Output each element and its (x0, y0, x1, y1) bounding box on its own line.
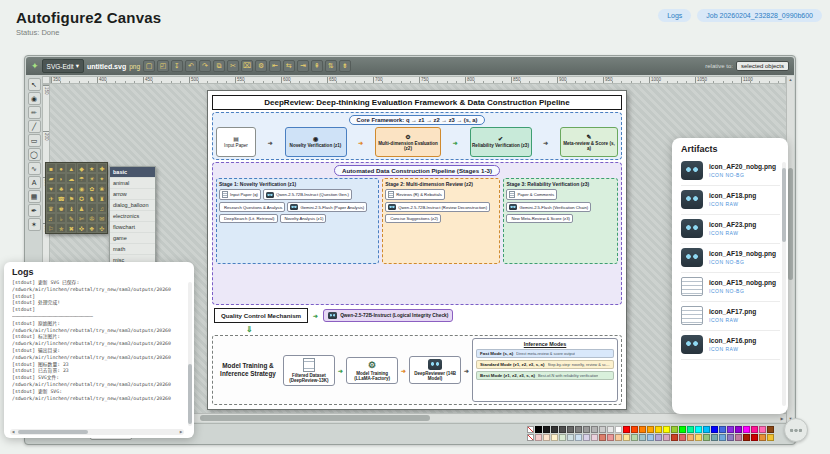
scroll-left-icon[interactable]: ◀ (10, 429, 16, 435)
shape-cell[interactable]: ♫ (97, 203, 107, 213)
color-swatch[interactable] (655, 434, 662, 441)
export-icon[interactable]: ↧ (171, 60, 183, 72)
artifacts-scroll-thumb[interactable] (782, 168, 786, 242)
shape-cell[interactable]: ✯ (56, 223, 66, 233)
color-swatch[interactable] (631, 426, 638, 433)
color-swatch[interactable] (695, 426, 702, 433)
clone-icon[interactable]: ⧉ (213, 60, 225, 72)
shape-category-item[interactable]: game (110, 232, 155, 243)
color-swatch[interactable] (591, 434, 598, 441)
color-swatch[interactable] (631, 434, 638, 441)
color-swatch[interactable] (575, 434, 582, 441)
shape-cell[interactable]: ✈ (46, 193, 56, 203)
png-export-label[interactable]: png (129, 63, 140, 70)
rect-tool[interactable]: ▭ (28, 134, 41, 147)
color-swatch[interactable] (751, 426, 758, 433)
assistant-button[interactable] (784, 418, 808, 442)
color-swatch[interactable] (679, 426, 686, 433)
shape-cell[interactable]: ☁ (66, 173, 76, 183)
color-swatch[interactable] (727, 434, 734, 441)
color-swatch[interactable] (599, 434, 606, 441)
color-swatch[interactable] (751, 434, 758, 441)
shape-cell[interactable]: ♟ (77, 203, 87, 213)
color-swatch[interactable] (591, 426, 598, 433)
color-swatch[interactable] (559, 426, 566, 433)
select-tool[interactable]: ↖ (28, 78, 41, 91)
eyedropper-tool[interactable]: ✒ (28, 204, 41, 217)
shape-cell[interactable]: ◉ (77, 183, 87, 193)
artifact-item[interactable]: icon_AF23.png ICON RAW (681, 215, 780, 244)
scroll-up-icon[interactable]: ▲ (787, 76, 794, 84)
color-swatch[interactable] (671, 434, 678, 441)
color-swatch[interactable] (543, 426, 550, 433)
color-swatch[interactable] (759, 434, 766, 441)
artifact-item[interactable]: icon_AF19_nobg.png ICON NO-BG (681, 244, 780, 273)
color-swatch[interactable] (679, 434, 686, 441)
color-swatch[interactable] (583, 434, 590, 441)
shape-category-item[interactable]: flowchart (110, 221, 155, 232)
color-swatch[interactable] (687, 434, 694, 441)
relative-to-select[interactable]: selected objects (736, 61, 789, 71)
align-middle-icon[interactable]: ⇅ (325, 60, 337, 72)
shape-category-item[interactable]: math (110, 243, 155, 254)
delete-icon[interactable]: ⌧ (241, 60, 253, 72)
color-swatch[interactable] (759, 426, 766, 433)
color-swatch[interactable] (687, 426, 694, 433)
shape-cell[interactable]: ♚ (56, 203, 66, 213)
color-swatch[interactable] (535, 426, 542, 433)
shape-cell[interactable]: ✿ (87, 183, 97, 193)
shape-cell[interactable]: ◗ (56, 173, 66, 183)
shape-cell[interactable]: ❀ (97, 183, 107, 193)
shape-cell[interactable]: ▰ (46, 173, 56, 183)
color-swatch[interactable] (711, 434, 718, 441)
logs-button[interactable]: Logs (658, 9, 691, 22)
pencil-tool[interactable]: ✏ (28, 106, 41, 119)
color-swatch[interactable] (623, 426, 630, 433)
align-right-icon[interactable]: ⇥ (297, 60, 309, 72)
vertical-scroll-thumb[interactable] (788, 168, 793, 280)
artifact-item[interactable]: icon_AF20_nobg.png ICON NO-BG (681, 157, 780, 186)
artifacts-scrollbar[interactable] (782, 162, 786, 406)
shape-cell[interactable]: ♬ (46, 213, 56, 223)
shape-cell[interactable]: ☎ (56, 193, 66, 203)
job-badge[interactable]: Job 20260204_232828_0990b600 (697, 9, 822, 22)
settings-icon[interactable]: ⚙ (255, 60, 267, 72)
color-swatch[interactable] (703, 426, 710, 433)
artifact-item[interactable]: icon_AF18.png ICON RAW (681, 186, 780, 215)
shape-cell[interactable]: ♪ (87, 203, 97, 213)
undo-icon[interactable]: ↶ (185, 60, 197, 72)
color-swatch[interactable] (567, 426, 574, 433)
no-color-swatch[interactable] (527, 426, 534, 433)
shape-cell[interactable]: ✎ (66, 213, 76, 223)
color-swatch[interactable] (647, 426, 654, 433)
shape-cell[interactable]: ✚ (97, 163, 107, 173)
cut-icon[interactable]: ✂ (227, 60, 239, 72)
color-swatch[interactable] (743, 434, 750, 441)
shape-category-item[interactable]: arrow (110, 188, 155, 199)
color-swatch[interactable] (583, 426, 590, 433)
shape-cell[interactable]: ✖ (66, 223, 76, 233)
shape-cell[interactable]: ♥ (46, 183, 56, 193)
shape-cell[interactable]: ♭ (56, 213, 66, 223)
shape-cell[interactable]: ✉ (97, 213, 107, 223)
shape-cell[interactable]: ◆ (77, 163, 87, 173)
path-tool[interactable]: ∿ (28, 162, 41, 175)
shape-cell[interactable]: ✇ (87, 213, 97, 223)
scroll-right-icon[interactable]: ▶ (178, 429, 184, 435)
color-swatch[interactable] (607, 434, 614, 441)
color-swatch[interactable] (535, 434, 542, 441)
logs-horizontal-scroll-thumb[interactable] (18, 430, 88, 434)
align-top-icon[interactable]: ⇞ (311, 60, 323, 72)
color-swatch[interactable] (663, 426, 670, 433)
zoom-tool[interactable]: ◉ (28, 92, 41, 105)
logs-vertical-scroll-thumb[interactable] (188, 364, 192, 424)
color-swatch[interactable] (671, 426, 678, 433)
color-swatch[interactable] (727, 426, 734, 433)
shape-category-item[interactable]: dialog_balloon (110, 199, 155, 210)
color-swatch[interactable] (599, 426, 606, 433)
color-swatch[interactable] (615, 426, 622, 433)
shape-cell[interactable]: ✪ (77, 193, 87, 203)
color-swatch[interactable] (551, 434, 558, 441)
text-tool[interactable]: A (28, 176, 41, 189)
color-swatch[interactable] (647, 434, 654, 441)
